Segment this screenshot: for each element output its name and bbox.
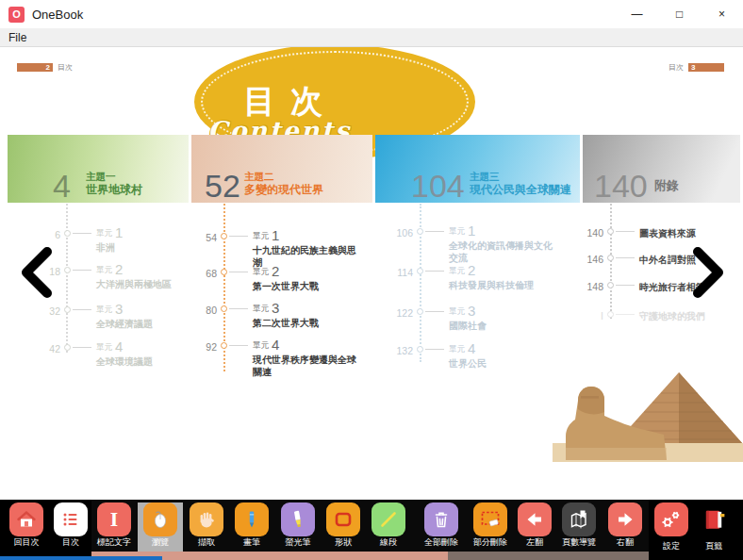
bullet-circle-icon xyxy=(607,282,614,288)
line-icon xyxy=(372,502,405,536)
bullet-circle-icon xyxy=(221,305,227,312)
pen-icon xyxy=(235,502,269,536)
bullet-circle-icon xyxy=(64,344,71,351)
page-corner-right: 目次 3 xyxy=(669,62,724,73)
tool-mark-text[interactable]: I 標記文字 xyxy=(91,502,137,548)
tool-page-tabs[interactable]: 頁籤 xyxy=(691,502,736,552)
section-theme: 主題三 xyxy=(470,171,571,184)
page-number-left: 2 xyxy=(17,63,53,72)
toc-entry[interactable]: 42單元4全球環境議題 xyxy=(38,340,202,368)
bullet-circle-icon xyxy=(417,308,423,315)
previous-page-button[interactable] xyxy=(19,247,53,298)
section-theme: 主題一 xyxy=(86,171,142,184)
section-title: 多變的現代世界 xyxy=(244,183,323,198)
section-title: 世界地球村 xyxy=(86,183,142,198)
title-bar: O OneBook — □ × xyxy=(0,0,743,28)
hand-icon xyxy=(190,502,223,536)
bullet-circle-icon xyxy=(607,228,614,235)
tool-back-to-toc[interactable]: 回目次 xyxy=(4,502,49,548)
map-bookmark-icon xyxy=(562,502,596,536)
minimize-button[interactable]: — xyxy=(616,0,658,28)
sphinx-pyramid-image xyxy=(553,363,743,462)
bullet-circle-icon xyxy=(417,346,423,353)
page-number-right: 3 xyxy=(688,63,724,72)
tool-clear-all[interactable]: 全部刪除 xyxy=(419,502,464,548)
toc-entry[interactable]: 68單元2第一次世界大戰 xyxy=(194,265,358,292)
book-page: 目次 Contents 2 目次 目次 3 4 主題一世界地球村 52 主題二多… xyxy=(0,47,743,560)
arrow-right-icon xyxy=(608,502,642,536)
home-icon xyxy=(9,502,43,536)
tool-flip-left[interactable]: 左翻 xyxy=(512,502,557,548)
window-title: OneBook xyxy=(32,8,83,22)
tool-grab[interactable]: 擷取 xyxy=(184,502,229,548)
section-page-number: 140 xyxy=(594,170,648,202)
tool-browse[interactable]: 瀏覽 xyxy=(138,502,183,552)
trash-icon xyxy=(424,502,458,536)
section-title: 現代公民與全球關連 xyxy=(470,183,571,198)
section-banner-appendix[interactable]: 140 附錄 xyxy=(583,135,740,203)
bullet-circle-icon xyxy=(221,342,227,349)
menu-bar: File xyxy=(0,28,743,47)
page-corner-right-label: 目次 xyxy=(669,62,684,73)
tool-toc[interactable]: 目次 xyxy=(48,502,93,548)
toc-entry[interactable]: 140圖表資料來源 xyxy=(575,224,743,239)
section-page-number: 104 xyxy=(411,170,465,202)
tool-highlighter[interactable]: 螢光筆 xyxy=(275,502,321,548)
tool-clear-partial[interactable]: 部分刪除 xyxy=(468,502,513,548)
app-logo-icon: O xyxy=(8,7,25,23)
toc-entry[interactable]: 122單元3國際社會 xyxy=(385,305,558,332)
section-page-number: 4 xyxy=(53,170,71,202)
section-banner-theme1[interactable]: 4 主題一世界地球村 xyxy=(8,135,189,203)
page-corner-left-label: 目次 xyxy=(58,62,73,73)
tool-shape[interactable]: 形狀 xyxy=(321,502,366,548)
section-page-number: 52 xyxy=(205,170,240,202)
toc-entry[interactable]: 18單元2大洋洲與兩極地區 xyxy=(38,263,202,290)
taskbar-edge xyxy=(0,556,162,560)
maximize-button[interactable]: □ xyxy=(658,0,701,28)
bullet-circle-icon xyxy=(64,306,71,313)
onebook-window: O OneBook — □ × File 目次 Contents 2 目次 目次… xyxy=(0,0,743,560)
mouse-icon xyxy=(143,502,177,536)
bullet-circle-icon xyxy=(417,268,423,274)
bullet-circle-icon xyxy=(221,233,227,239)
toc-entry[interactable]: 80單元3第二次世界大戰 xyxy=(194,302,358,329)
tool-line[interactable]: 線段 xyxy=(366,502,411,548)
shape-icon xyxy=(326,502,360,536)
bullet-circle-icon xyxy=(221,269,227,275)
bottom-toolbar: 回目次 目次 I 標記文字 瀏覽 擷取 畫筆 螢光筆 形狀 xyxy=(0,500,743,560)
tool-settings[interactable]: 設定 xyxy=(649,502,694,552)
page-edge-strip xyxy=(448,552,649,560)
toc-entry[interactable]: 106單元1全球化的資訊傳播與文化交流 xyxy=(385,224,558,264)
text-cursor-icon: I xyxy=(97,502,131,536)
toc-entry[interactable]: 6單元1非洲 xyxy=(38,226,202,254)
bullet-circle-icon xyxy=(417,228,423,235)
close-button[interactable]: × xyxy=(701,0,743,28)
bullet-circle-icon xyxy=(607,255,614,261)
gear-icon xyxy=(654,502,688,536)
toc-entry[interactable]: 92單元4現代世界秩序變遷與全球關連 xyxy=(194,338,358,378)
section-theme: 主題二 xyxy=(244,171,323,184)
page-corner-left: 2 目次 xyxy=(17,62,73,73)
tool-pen[interactable]: 畫筆 xyxy=(229,502,274,548)
arrow-left-icon xyxy=(518,502,552,536)
toc-entry[interactable]: 32單元3全球經濟議題 xyxy=(38,303,202,330)
toc-entry[interactable]: 114單元2科技發展與科技倫理 xyxy=(385,264,558,291)
highlighter-icon xyxy=(281,502,315,536)
bullet-circle-icon xyxy=(64,267,71,273)
svg-text:I: I xyxy=(110,510,118,530)
section-banner-theme2[interactable]: 52 主題二多變的現代世界 xyxy=(191,135,372,203)
menu-file[interactable]: File xyxy=(0,31,35,44)
tool-page-nav[interactable]: 頁數導覽 xyxy=(556,502,602,548)
toc-entry[interactable]: 132單元4世界公民 xyxy=(385,342,558,370)
bullet-circle-icon xyxy=(607,311,614,318)
list-icon xyxy=(54,502,88,536)
section-banner-theme3[interactable]: 104 主題三現代公民與全球關連 xyxy=(375,135,580,203)
section-title: 附錄 xyxy=(654,178,679,194)
tool-flip-right[interactable]: 右翻 xyxy=(603,502,648,548)
next-page-button[interactable] xyxy=(692,247,726,298)
partial-erase-icon xyxy=(473,502,507,536)
toc-entry[interactable]: I守護地球的我們 xyxy=(575,307,743,322)
bullet-circle-icon xyxy=(64,230,71,237)
book-icon xyxy=(697,502,731,536)
